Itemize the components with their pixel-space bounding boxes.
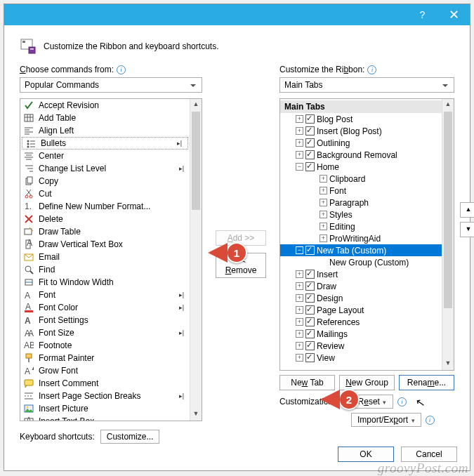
tree-item[interactable]: Blog Post xyxy=(280,113,442,125)
rename-button[interactable]: Rename... xyxy=(399,375,454,390)
command-item[interactable]: Find xyxy=(20,263,190,276)
checkbox[interactable] xyxy=(305,150,315,159)
expand-icon[interactable] xyxy=(296,139,303,147)
command-item[interactable]: 1.Define New Number Format... xyxy=(20,200,190,213)
checkbox[interactable] xyxy=(305,246,315,255)
checkbox[interactable] xyxy=(305,162,315,171)
tree-item[interactable]: Design xyxy=(280,292,442,304)
tree-item[interactable]: Draw xyxy=(280,280,442,292)
command-item[interactable]: Insert Comment xyxy=(20,377,190,390)
expand-icon[interactable] xyxy=(296,270,303,278)
tree-item[interactable]: Clipboard xyxy=(280,173,442,185)
tree-item[interactable]: Font xyxy=(280,185,442,197)
info-icon[interactable] xyxy=(117,65,126,74)
checkbox[interactable] xyxy=(305,138,315,147)
import-export-button[interactable]: Import/Export xyxy=(351,413,421,427)
checkbox[interactable] xyxy=(305,305,315,315)
command-item[interactable]: AFont Settings xyxy=(20,314,190,326)
tree-item[interactable]: References xyxy=(280,316,442,328)
expand-icon[interactable] xyxy=(296,246,303,254)
ok-button[interactable]: OK xyxy=(338,447,394,462)
scroll-up-icon[interactable] xyxy=(190,99,202,111)
command-item[interactable]: ADraw Vertical Text Box xyxy=(20,238,190,251)
command-item[interactable]: Add Table xyxy=(20,112,190,124)
command-item[interactable]: Change List Level▸| xyxy=(20,162,190,175)
checkbox[interactable] xyxy=(305,114,315,124)
checkbox[interactable] xyxy=(305,329,315,338)
expand-icon[interactable] xyxy=(320,175,327,183)
tree-item[interactable]: Insert (Blog Post) xyxy=(280,125,442,137)
choose-commands-combo[interactable]: Popular Commands xyxy=(20,77,202,93)
move-down-button[interactable]: ▼ xyxy=(460,222,474,237)
customize-shortcuts-button[interactable]: Customize... xyxy=(100,430,160,444)
expand-icon[interactable] xyxy=(296,318,303,326)
tree-item[interactable]: Mailings xyxy=(280,328,442,340)
command-item[interactable]: Copy xyxy=(20,175,190,187)
tree-item[interactable]: ProWritingAid xyxy=(280,232,442,244)
expand-icon[interactable] xyxy=(296,282,303,290)
tree-item[interactable]: New Tab (Custom) xyxy=(280,244,442,256)
command-item[interactable]: AFont Color▸| xyxy=(20,301,190,314)
ribbon-tree[interactable]: Main Tabs Blog PostInsert (Blog Post)Out… xyxy=(279,98,454,371)
command-item[interactable]: Bullets▸| xyxy=(22,137,188,150)
expand-icon[interactable] xyxy=(296,330,303,338)
info-icon[interactable] xyxy=(426,416,435,425)
expand-icon[interactable] xyxy=(296,294,303,302)
command-item[interactable]: Delete xyxy=(20,213,190,225)
scroll-down-icon[interactable] xyxy=(190,409,202,421)
move-up-button[interactable]: ▲ xyxy=(460,202,474,218)
command-item[interactable]: Cut xyxy=(20,187,190,200)
tree-item[interactable]: Home xyxy=(280,161,442,173)
command-item[interactable]: Insert Page Section Breaks▸| xyxy=(20,390,190,402)
command-item[interactable]: Draw Table xyxy=(20,225,190,238)
expand-icon[interactable] xyxy=(320,223,327,230)
tree-item[interactable]: Styles xyxy=(280,209,442,220)
checkbox[interactable] xyxy=(305,126,315,135)
expand-icon[interactable] xyxy=(320,187,327,194)
expand-icon[interactable] xyxy=(296,306,303,314)
scrollbar[interactable] xyxy=(442,99,454,370)
command-item[interactable]: Center xyxy=(20,150,190,162)
checkbox[interactable] xyxy=(305,317,315,326)
tree-item[interactable]: View xyxy=(280,352,442,364)
info-icon[interactable] xyxy=(367,65,376,74)
command-item[interactable]: AB¹Footnote xyxy=(20,339,190,352)
new-tab-button[interactable]: New Tab xyxy=(279,375,335,390)
expand-icon[interactable] xyxy=(296,163,303,171)
new-group-button[interactable]: New Group xyxy=(339,375,395,390)
expand-icon[interactable] xyxy=(296,115,303,123)
checkbox[interactable] xyxy=(305,282,315,291)
info-icon[interactable] xyxy=(397,397,407,406)
expand-icon[interactable] xyxy=(296,127,303,135)
checkbox[interactable] xyxy=(305,270,315,279)
commands-listbox[interactable]: Accept RevisionAdd TableAlign LeftBullet… xyxy=(20,98,202,421)
tree-item[interactable]: Editing xyxy=(280,220,442,232)
checkbox[interactable] xyxy=(305,293,315,303)
tree-item[interactable]: Paragraph xyxy=(280,197,442,209)
expand-icon[interactable] xyxy=(320,199,327,206)
tree-item[interactable]: New Group (Custom) xyxy=(280,256,442,268)
command-item[interactable]: Insert Picture xyxy=(20,402,190,415)
scrollbar[interactable] xyxy=(190,99,202,421)
command-item[interactable]: Email xyxy=(20,251,190,263)
expand-icon[interactable] xyxy=(296,151,303,159)
tree-item[interactable]: Background Removal xyxy=(280,149,442,161)
tree-item[interactable]: Page Layout xyxy=(280,304,442,316)
scroll-up-icon[interactable] xyxy=(442,99,454,111)
cancel-button[interactable]: Cancel xyxy=(401,447,457,462)
tree-item[interactable]: Review xyxy=(280,340,442,352)
expand-icon[interactable] xyxy=(320,258,327,266)
help-icon[interactable]: ? xyxy=(407,4,438,25)
checkbox[interactable] xyxy=(305,341,315,350)
expand-icon[interactable] xyxy=(320,234,327,242)
customize-ribbon-combo[interactable]: Main Tabs xyxy=(279,77,454,93)
command-item[interactable]: AFont▸| xyxy=(20,289,190,301)
expand-icon[interactable] xyxy=(320,211,327,218)
command-item[interactable]: Format Painter xyxy=(20,352,190,364)
command-item[interactable]: Fit to Window Width xyxy=(20,276,190,289)
expand-icon[interactable] xyxy=(296,354,303,362)
command-item[interactable]: Align Left xyxy=(20,124,190,137)
command-item[interactable]: AInsert Text Box xyxy=(20,415,190,421)
command-item[interactable]: A▲Grow Font xyxy=(20,364,190,377)
tree-item[interactable]: Outlining xyxy=(280,137,442,149)
